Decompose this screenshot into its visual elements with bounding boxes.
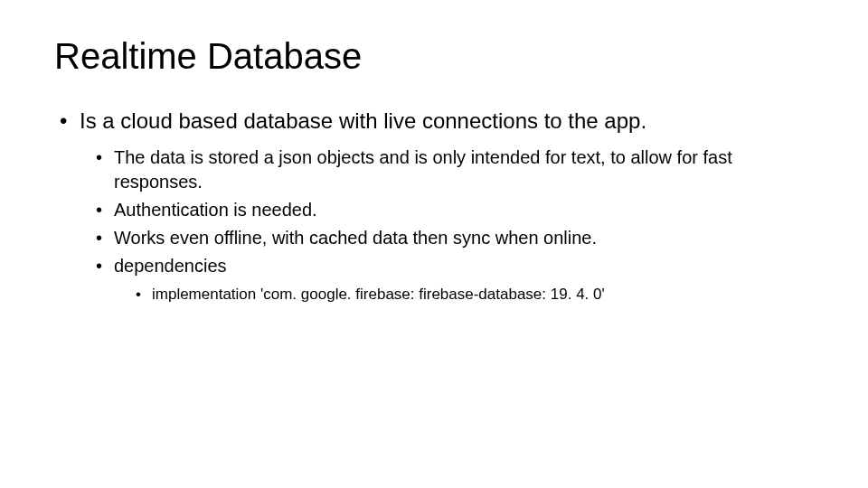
bullet-level-2: Authentication is needed. — [92, 198, 814, 222]
slide-title: Realtime Database — [54, 36, 814, 77]
bullet-level-2: Works even offline, with cached data the… — [92, 226, 814, 250]
bullet-level-1: Is a cloud based database with live conn… — [54, 106, 814, 136]
bullet-level-3: implementation 'com. google. firebase: f… — [132, 284, 814, 305]
bullet-level-2: dependencies — [92, 254, 814, 278]
bullet-list: Is a cloud based database with live conn… — [54, 106, 814, 305]
bullet-level-2: The data is stored a json objects and is… — [92, 145, 814, 194]
slide-container: Realtime Database Is a cloud based datab… — [0, 0, 868, 341]
